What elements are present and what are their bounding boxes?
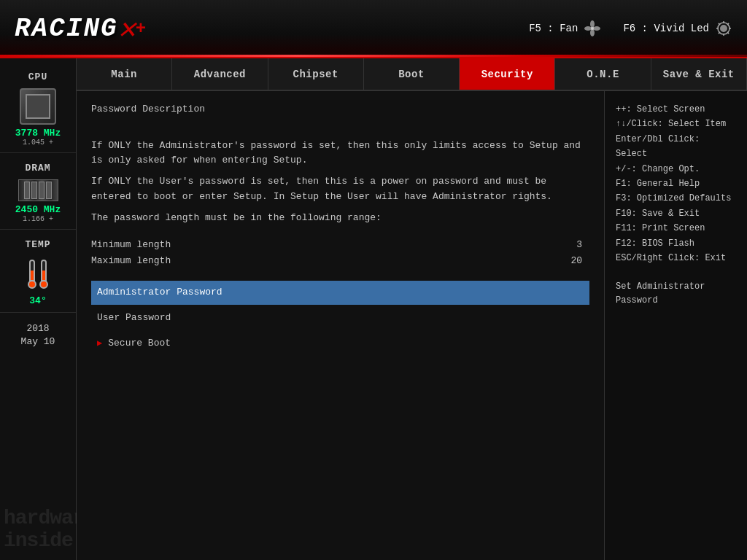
right-panel: ++: Select Screen ↑↓/Click: Select Item …	[605, 91, 747, 560]
temp-section: TEMP 34°	[0, 233, 76, 313]
tab-one[interactable]: O.N.E	[555, 58, 651, 90]
password-desc2: If ONLY the User's password is set, then…	[91, 174, 589, 205]
cpu-icon	[20, 88, 56, 125]
secure-boot-item[interactable]: ▶ Secure Boot	[91, 332, 589, 356]
dram-icon	[18, 179, 58, 201]
nav-f12: F12: BIOS Flash	[616, 236, 736, 251]
svg-point-1	[590, 20, 595, 28]
date-month-day: May 10	[21, 335, 55, 349]
nav-change: +/-: Change Opt.	[616, 162, 736, 176]
date-year: 2018	[26, 322, 49, 335]
header: RACING ✕ + F5 : Fan F6 : Vivid Led	[0, 0, 747, 58]
nav-select-item: ↑↓/Click: Select Item	[616, 117, 736, 131]
temp-value: 34°	[29, 295, 46, 306]
nav-enter: Enter/Dbl Click: Select	[616, 132, 736, 162]
length-table: Minimum length 3 Maximum length 20	[91, 237, 589, 271]
nav-f1: F1: General Help	[616, 176, 736, 191]
password-desc1: If ONLY the Administrator's password is …	[91, 139, 589, 169]
min-length-row: Minimum length 3	[91, 237, 589, 254]
tab-boot[interactable]: Boot	[364, 58, 460, 90]
nav-f3: F3: Optimized Defaults	[616, 191, 736, 206]
fan-icon	[584, 20, 601, 37]
f5-label: F5 : Fan	[529, 23, 578, 34]
nav-select-screen: ++: Select Screen	[616, 102, 736, 117]
svg-point-7	[720, 25, 727, 32]
password-desc3: The password length must be in the follo…	[91, 211, 589, 226]
min-length-label: Minimum length	[91, 238, 171, 253]
logo: RACING ✕ +	[15, 11, 146, 47]
logo-text: RACING	[15, 14, 118, 44]
user-password-item[interactable]: User Password	[91, 306, 589, 330]
svg-point-4	[584, 26, 592, 31]
svg-point-2	[593, 26, 600, 31]
dram-freq: 2450 MHz	[15, 204, 61, 215]
password-title: Password Description	[91, 102, 589, 117]
date-section: 2018 May 10	[21, 316, 55, 354]
dram-volt: 1.166 +	[23, 215, 53, 223]
temp-label: TEMP	[25, 239, 50, 250]
cpu-volt: 1.045 +	[23, 139, 53, 147]
nav-f10: F10: Save & Exit	[616, 206, 736, 221]
svg-point-5	[591, 27, 594, 30]
dram-label: DRAM	[25, 163, 50, 174]
svg-point-3	[590, 29, 595, 36]
cpu-label: CPU	[28, 71, 47, 82]
tab-main[interactable]: Main	[77, 58, 172, 90]
min-length-value: 3	[576, 238, 589, 253]
max-length-row: Maximum length 20	[91, 253, 589, 270]
max-length-value: 20	[570, 254, 589, 269]
tab-security[interactable]: Security	[460, 58, 555, 90]
dram-section: DRAM 2450 MHz 1.166 +	[0, 157, 76, 230]
tab-chipset[interactable]: Chipset	[268, 58, 364, 90]
logo-x: ✕	[118, 11, 136, 47]
content-area: Password Description If ONLY the Adminis…	[77, 91, 747, 560]
led-icon	[715, 20, 732, 37]
max-length-label: Maximum length	[91, 254, 171, 269]
header-deco	[0, 55, 747, 57]
admin-password-item[interactable]: Administrator Password	[91, 281, 589, 305]
cpu-section: CPU 3778 MHz 1.045 +	[0, 66, 76, 153]
temp-icon	[20, 256, 56, 292]
f5-fan-button[interactable]: F5 : Fan	[529, 20, 601, 37]
sidebar: CPU 3778 MHz 1.045 + DRAM 2450 MHz 1.166…	[0, 58, 77, 560]
cpu-freq: 3778 MHz	[15, 128, 61, 139]
nav-f11: F11: Print Screen	[616, 221, 736, 236]
f6-led-button[interactable]: F6 : Vivid Led	[623, 20, 732, 37]
f6-label: F6 : Vivid Led	[623, 23, 709, 34]
tabbar: Main Advanced Chipset Boot Security O.N.…	[77, 58, 747, 91]
set-password-help: Set Administrator Password	[616, 280, 736, 308]
main-content: Password Description If ONLY the Adminis…	[77, 91, 605, 560]
tab-advanced[interactable]: Advanced	[172, 58, 268, 90]
header-right: F5 : Fan F6 : Vivid Led	[529, 20, 732, 37]
password-description: Password Description If ONLY the Adminis…	[91, 102, 589, 226]
logo-plus: +	[136, 19, 146, 39]
arrow-right-icon: ▶	[97, 337, 102, 351]
nav-esc: ESC/Right Click: Exit	[616, 251, 736, 265]
main-area: Main Advanced Chipset Boot Security O.N.…	[77, 58, 747, 560]
tab-save-exit[interactable]: Save & Exit	[651, 58, 747, 90]
